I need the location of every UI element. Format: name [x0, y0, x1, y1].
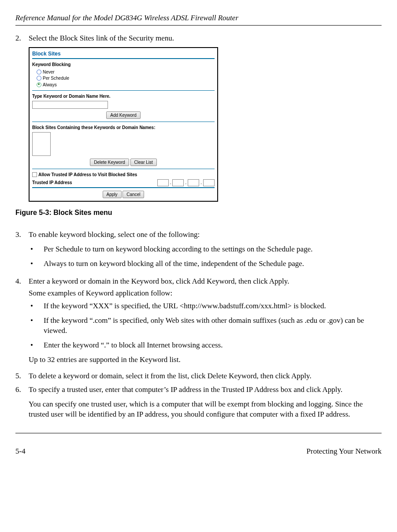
step-3: 3. To enable keyword blocking, select on…: [15, 230, 382, 273]
list-item: • Enter the keyword “.” to block all Int…: [29, 340, 382, 351]
keyword-listbox[interactable]: [32, 132, 51, 156]
list-item: • If the keyword “.com” is specified, on…: [29, 316, 382, 336]
step-number: 6.: [15, 385, 29, 422]
step-5: 5. To delete a keyword or domain, select…: [15, 371, 382, 381]
cancel-button[interactable]: Cancel: [122, 191, 144, 199]
bullet-text: Per Schedule to turn on keyword blocking…: [44, 244, 312, 255]
bullet-icon: •: [29, 259, 44, 269]
checkbox-icon: [32, 172, 37, 177]
clear-list-button[interactable]: Clear List: [130, 159, 157, 166]
list-item: • If the keyword “XXX” is specified, the…: [29, 301, 382, 311]
divider: [32, 58, 215, 59]
radio-always[interactable]: Always: [37, 82, 215, 88]
type-keyword-label: Type Keyword or Domain Name Here.: [32, 93, 215, 100]
step-number: 4.: [15, 277, 29, 368]
divider: [32, 90, 215, 91]
radio-never[interactable]: Never: [37, 69, 215, 75]
page-number: 5-4: [15, 447, 26, 457]
block-sites-screenshot: Block Sites Keyword Blocking Never Per S…: [29, 47, 218, 202]
list-item: • Always to turn on keyword blocking all…: [29, 259, 382, 269]
bullet-text: If the keyword “XXX” is specified, the U…: [44, 301, 326, 311]
paragraph: Up to 32 entries are supported in the Ke…: [29, 355, 382, 365]
keyword-input[interactable]: [32, 101, 108, 109]
keyword-blocking-label: Keyword Blocking: [32, 62, 215, 68]
bullet-icon: •: [29, 301, 44, 311]
trusted-ip-row: Trusted IP Address . . .: [32, 179, 215, 186]
radio-label: Per Schedule: [43, 75, 69, 81]
bullet-icon: •: [29, 244, 44, 255]
apply-button[interactable]: Apply: [103, 191, 122, 199]
bullet-text: Always to turn on keyword blocking all o…: [44, 259, 304, 269]
step-number: 3.: [15, 230, 29, 273]
divider: [32, 169, 215, 169]
step-4: 4. Enter a keyword or domain in the Keyw…: [15, 277, 382, 368]
step-number: 2.: [15, 33, 29, 44]
radio-icon: [37, 82, 41, 87]
bullet-icon: •: [29, 316, 44, 336]
radio-label: Never: [43, 69, 55, 75]
ip-octet-4[interactable]: [203, 179, 215, 186]
figure-caption: Figure 5-3: Block Sites menu: [15, 208, 382, 218]
paragraph: Some examples of Keyword application fol…: [29, 288, 382, 299]
add-keyword-button[interactable]: Add Keyword: [106, 111, 140, 119]
divider: [32, 187, 215, 188]
ip-octet-1[interactable]: [157, 179, 169, 186]
running-header: Reference Manual for the Model DG834G Wi…: [15, 13, 382, 23]
step-2: 2. Select the Block Sites link of the Se…: [15, 33, 382, 44]
radio-per-schedule[interactable]: Per Schedule: [37, 75, 215, 81]
allow-trusted-row[interactable]: Allow Trusted IP Address to Visit Blocke…: [32, 172, 215, 178]
panel-title: Block Sites: [32, 50, 215, 57]
trusted-ip-fields: . . .: [157, 179, 215, 186]
step-6: 6. To specify a trusted user, enter that…: [15, 385, 382, 422]
bullet-icon: •: [29, 340, 44, 351]
step-number: 5.: [15, 371, 29, 381]
page-footer: 5-4 Protecting Your Network: [15, 447, 382, 457]
trusted-ip-label: Trusted IP Address: [32, 180, 72, 186]
step-text: Select the Block Sites link of the Secur…: [29, 33, 382, 44]
header-rule: [15, 25, 382, 26]
step-lead: Enter a keyword or domain in the Keyword…: [29, 277, 382, 287]
bullet-text: Enter the keyword “.” to block all Inter…: [44, 340, 223, 351]
delete-keyword-button[interactable]: Delete Keyword: [90, 159, 129, 166]
step-lead: To specify a trusted user, enter that co…: [29, 385, 382, 395]
radio-label: Always: [43, 82, 57, 88]
step-text: To delete a keyword or domain, select it…: [29, 371, 382, 381]
step-lead: To enable keyword blocking, select one o…: [29, 230, 382, 240]
paragraph: You can specify one trusted user, which …: [29, 399, 382, 420]
contain-label: Block Sites Containing these Keywords or…: [32, 125, 215, 131]
radio-icon: [37, 70, 41, 74]
section-title: Protecting Your Network: [307, 447, 382, 457]
bullet-text: If the keyword “.com” is specified, only…: [44, 316, 382, 336]
footer-rule: [15, 433, 382, 433]
divider: [32, 122, 215, 122]
list-item: • Per Schedule to turn on keyword blocki…: [29, 244, 382, 255]
ip-octet-3[interactable]: [188, 179, 199, 186]
ip-octet-2[interactable]: [172, 179, 184, 186]
radio-icon: [37, 76, 41, 81]
allow-trusted-label: Allow Trusted IP Address to Visit Blocke…: [38, 172, 137, 178]
